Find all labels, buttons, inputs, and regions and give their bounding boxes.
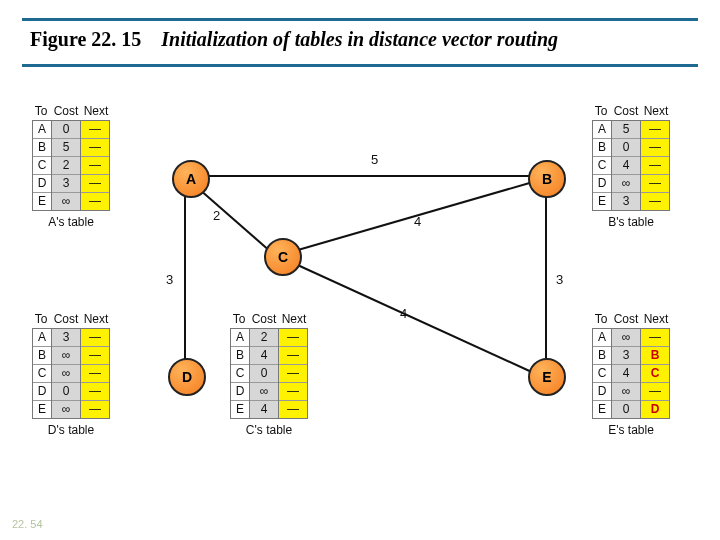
routing-table-A: To Cost Next ABCDE 0523∞ ————— A's table [32, 104, 110, 229]
node-D: D [168, 358, 206, 396]
cell: ∞ [52, 400, 80, 418]
hdr-next: Next [82, 104, 110, 118]
cell: — [81, 138, 109, 156]
cell: ∞ [52, 364, 80, 382]
cell: B [33, 346, 51, 364]
svg-line-4 [291, 262, 536, 374]
cell: D [33, 382, 51, 400]
hdr-cost: Cost [250, 312, 278, 326]
cell: — [641, 121, 669, 138]
routing-table-D: To Cost Next ABCDE 3∞∞0∞ ————— D's table [32, 312, 110, 437]
table-header: To Cost Next [592, 104, 670, 118]
cell: C [231, 364, 249, 382]
cell: D [593, 174, 611, 192]
cell: 5 [612, 121, 640, 138]
diagram-stage: 5 2 3 4 3 4 A B C D E To Cost Next ABCDE… [28, 104, 692, 484]
cell: 0 [612, 138, 640, 156]
cell: D [231, 382, 249, 400]
hdr-cost: Cost [612, 312, 640, 326]
cell: ∞ [612, 174, 640, 192]
table-caption: B's table [592, 215, 670, 229]
col-cost: ∞34∞0 [611, 328, 641, 419]
hdr-to: To [230, 312, 248, 326]
node-C: C [264, 238, 302, 276]
hdr-to: To [32, 104, 50, 118]
cell: A [33, 329, 51, 346]
cell: 0 [612, 400, 640, 418]
table-body: ABCDE 240∞4 ————— [230, 328, 308, 419]
cell: C [33, 364, 51, 382]
cell: 2 [250, 329, 278, 346]
cell: — [641, 156, 669, 174]
cell: ∞ [612, 382, 640, 400]
cell: 5 [52, 138, 80, 156]
col-to: ABCDE [592, 120, 611, 211]
table-body: ABCDE 3∞∞0∞ ————— [32, 328, 110, 419]
cell: D [641, 400, 669, 418]
hdr-next: Next [642, 104, 670, 118]
cell: 0 [52, 382, 80, 400]
cell: ∞ [52, 346, 80, 364]
rule-top [22, 18, 698, 21]
col-next: ————— [81, 120, 110, 211]
edge-label-BC: 4 [414, 214, 421, 229]
cell: 2 [52, 156, 80, 174]
cell: 0 [52, 121, 80, 138]
col-next: — B C — D [641, 328, 670, 419]
col-to: ABCDE [592, 328, 611, 419]
edge-label-AB: 5 [371, 152, 378, 167]
hdr-to: To [32, 312, 50, 326]
cell: — [279, 400, 307, 418]
cell: E [593, 400, 611, 418]
table-header: To Cost Next [32, 312, 110, 326]
cell: — [641, 174, 669, 192]
col-next: ————— [81, 328, 110, 419]
cell: 4 [250, 400, 278, 418]
cell: — [279, 382, 307, 400]
cell: B [33, 138, 51, 156]
table-body: ABCDE 0523∞ ————— [32, 120, 110, 211]
cell: — [81, 346, 109, 364]
hdr-next: Next [82, 312, 110, 326]
cell: A [593, 329, 611, 346]
col-to: ABCDE [230, 328, 249, 419]
cell: 4 [612, 156, 640, 174]
table-header: To Cost Next [230, 312, 308, 326]
cell: C [33, 156, 51, 174]
node-E: E [528, 358, 566, 396]
cell: E [33, 192, 51, 210]
col-cost: 240∞4 [249, 328, 279, 419]
hdr-next: Next [280, 312, 308, 326]
col-cost: 504∞3 [611, 120, 641, 211]
cell: — [279, 364, 307, 382]
cell: E [231, 400, 249, 418]
edge-label-AD: 3 [166, 272, 173, 287]
cell: B [593, 138, 611, 156]
figure-caption: Initialization of tables in distance vec… [161, 28, 558, 50]
table-body: ABCDE ∞34∞0 — B C — D [592, 328, 670, 419]
cell: 3 [612, 192, 640, 210]
col-next: ————— [641, 120, 670, 211]
figure-title: Figure 22. 15 Initialization of tables i… [30, 28, 558, 51]
table-caption: A's table [32, 215, 110, 229]
cell: E [33, 400, 51, 418]
node-label: D [182, 369, 192, 385]
cell: — [81, 121, 109, 138]
cell: 3 [52, 329, 80, 346]
cell: — [81, 400, 109, 418]
hdr-cost: Cost [52, 104, 80, 118]
cell: — [641, 192, 669, 210]
slide: Figure 22. 15 Initialization of tables i… [0, 0, 720, 540]
edge-label-BE: 3 [556, 272, 563, 287]
cell: C [593, 364, 611, 382]
cell: 4 [612, 364, 640, 382]
cell: — [81, 192, 109, 210]
cell: E [593, 192, 611, 210]
cell: B [641, 346, 669, 364]
cell: — [641, 329, 669, 346]
cell: — [81, 329, 109, 346]
table-caption: C's table [230, 423, 308, 437]
rule-under-title [22, 64, 698, 67]
table-header: To Cost Next [592, 312, 670, 326]
cell: — [641, 138, 669, 156]
